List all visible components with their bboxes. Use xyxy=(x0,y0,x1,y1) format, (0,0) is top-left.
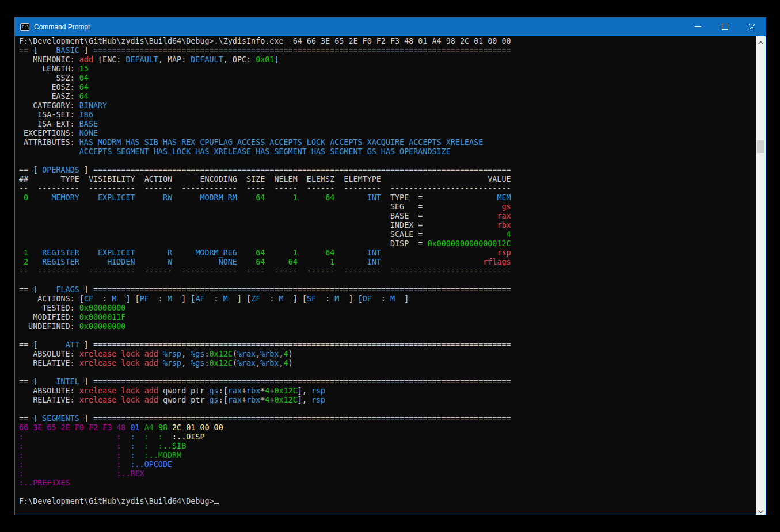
console-client-area: F:\Development\GitHub\zydis\Build64\Debu… xyxy=(15,36,766,515)
console-line: ABSOLUTE: xrelease lock add qword ptr gs… xyxy=(19,386,756,396)
close-button[interactable] xyxy=(739,18,766,36)
console-line: TESTED: 0x00000000 xyxy=(19,304,756,313)
console-line: : :..REX xyxy=(19,469,756,479)
console-line: 1 REGISTER EXPLICIT R MODRM_REG 64 1 64 … xyxy=(19,248,756,258)
console-line: INDEX = rbx xyxy=(19,221,756,230)
console-line: LENGTH: 15 xyxy=(19,64,756,74)
console-line: EASZ: 64 xyxy=(19,92,756,101)
console-line: -- --------- ---------- ------ ---------… xyxy=(19,184,756,193)
console-line: ## TYPE VISIBILITY ACTION ENCODING SIZE … xyxy=(19,175,756,184)
chevron-up-icon xyxy=(758,36,763,47)
minimize-icon xyxy=(695,22,701,32)
console-line: ISA-SET: I86 xyxy=(19,110,756,120)
console-line: 0 MEMORY EXPLICIT RW MODRM_RM 64 1 64 IN… xyxy=(19,193,756,202)
console-line: BASE = rax xyxy=(19,212,756,221)
scroll-thumb[interactable] xyxy=(757,140,764,153)
scroll-up-button[interactable] xyxy=(756,36,766,46)
console-line: EXCEPTIONS: NONE xyxy=(19,129,756,138)
maximize-button[interactable] xyxy=(711,18,739,36)
console-line: == [ ATT ] =============================… xyxy=(19,340,756,350)
console-line: UNDEFINED: 0x00000000 xyxy=(19,322,756,331)
command-prompt-window: C:\ Command Prompt F:\Development\GitHub… xyxy=(14,17,766,515)
console-line xyxy=(19,156,756,166)
console-line: : : : : : :..DISP xyxy=(19,433,756,442)
console-line xyxy=(19,368,756,377)
console-line: F:\Development\GitHub\zydis\Build64\Debu… xyxy=(19,37,756,46)
console-line xyxy=(19,488,756,497)
console-line: SEG = gs xyxy=(19,202,756,212)
console-line xyxy=(19,276,756,285)
console-line: ABSOLUTE: xrelease lock add %rsp, %gs:0x… xyxy=(19,350,756,359)
console-line: : : : :..MODRM xyxy=(19,451,756,460)
text-cursor xyxy=(214,503,219,504)
console-line: -- --------- ---------- ------ ---------… xyxy=(19,267,756,276)
console-line: == [ INTEL ] ===========================… xyxy=(19,377,756,386)
console-line: == [ OPERANDS ] ========================… xyxy=(19,166,756,175)
console-line: SCALE = 4 xyxy=(19,230,756,239)
console-line xyxy=(19,405,756,414)
console-line: SSZ: 64 xyxy=(19,74,756,83)
console-line xyxy=(19,331,756,340)
console-line: == [ BASIC ] ===========================… xyxy=(19,46,756,55)
console-line: ACCEPTS_SEGMENT HAS_LOCK HAS_XRELEASE HA… xyxy=(19,147,756,156)
cmd-app-icon[interactable]: C:\ xyxy=(20,23,29,31)
chevron-down-icon xyxy=(758,505,763,515)
console-line: : : :..OPCODE xyxy=(19,460,756,469)
console-line: EOSZ: 64 xyxy=(19,83,756,92)
console-line: ISA-EXT: BASE xyxy=(19,120,756,129)
console-line: MODIFIED: 0x0000011F xyxy=(19,313,756,322)
title-bar[interactable]: C:\ Command Prompt xyxy=(15,18,766,36)
console-line: :..PREFIXES xyxy=(19,479,756,488)
console-output[interactable]: F:\Development\GitHub\zydis\Build64\Debu… xyxy=(15,36,756,515)
console-line: RELATIVE: xrelease lock add qword ptr gs… xyxy=(19,396,756,405)
console-line: ACTIONS: [CF : M ] [PF : M ] [AF : M ] [… xyxy=(19,294,756,304)
console-line: CATEGORY: BINARY xyxy=(19,101,756,110)
maximize-icon xyxy=(722,22,728,32)
console-line: ATTRIBUTES: HAS_MODRM HAS_SIB HAS_REX CP… xyxy=(19,138,756,147)
console-line: 66 3E 65 2E F0 F2 F3 48 01 A4 98 2C 01 0… xyxy=(19,423,756,433)
console-line: F:\Development\GitHub\zydis\Build64\Debu… xyxy=(19,497,756,506)
console-line: 2 REGISTER HIDDEN W NONE 64 64 1 INT rfl… xyxy=(19,258,756,267)
console-line: == [ SEGMENTS ] ========================… xyxy=(19,414,756,423)
console-line: RELATIVE: xrelease lock add %rsp, %gs:0x… xyxy=(19,359,756,368)
console-line: DISP = 0x000000000000012C xyxy=(19,239,756,248)
minimize-button[interactable] xyxy=(684,18,711,36)
scroll-down-button[interactable] xyxy=(756,505,766,515)
console-line: : : : : :..SIB xyxy=(19,442,756,451)
scrollbar[interactable] xyxy=(756,36,766,515)
close-icon xyxy=(749,22,755,32)
console-line: MNEMONIC: add [ENC: DEFAULT, MAP: DEFAUL… xyxy=(19,55,756,64)
window-title: Command Prompt xyxy=(34,23,684,31)
console-line: == [ FLAGS ] ===========================… xyxy=(19,285,756,294)
